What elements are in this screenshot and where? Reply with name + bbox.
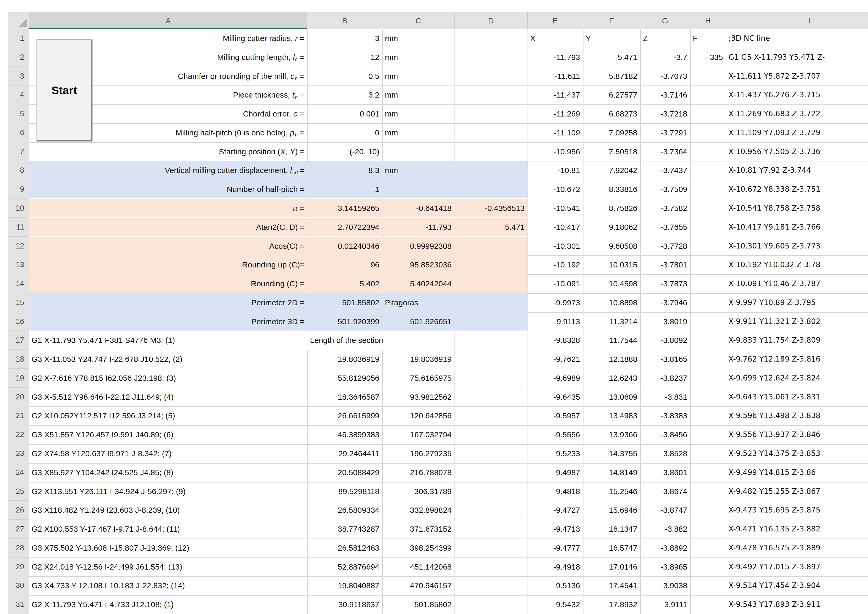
cell-E31[interactable]: -9.5432	[527, 595, 583, 614]
column-header-A[interactable]: A	[29, 12, 307, 29]
cell-B28[interactable]: 26.5812463	[307, 539, 382, 558]
cell-F16[interactable]: 11.3214	[583, 312, 640, 331]
cell-A20[interactable]: G3 X-5.512 Y96.646 I-22.12 J11.649; (4)	[29, 388, 307, 407]
cell-F29[interactable]: 17.0146	[583, 558, 640, 577]
row-header-9[interactable]: 9	[8, 180, 29, 199]
cell-F9[interactable]: 8.33816	[583, 180, 640, 199]
cell-E5[interactable]: -11.269	[527, 104, 583, 123]
cell-I31[interactable]: X-9.543 Y17.893 Z-3.911	[726, 595, 868, 614]
cell-B5[interactable]: 0.001	[307, 104, 382, 123]
cell-H2[interactable]: 335	[690, 48, 726, 67]
cell-B24[interactable]: 20.5088429	[307, 463, 382, 482]
cell-A30[interactable]: G3 X4.733 Y-12.108 I-10.183 J-22.832; (1…	[29, 576, 307, 595]
cell-D10[interactable]: -0.4356513	[454, 199, 527, 218]
cell-I3[interactable]: X-11.611 Y5.872 Z-3.707	[726, 67, 868, 86]
cell-B1[interactable]: 3	[307, 29, 382, 48]
row-header-25[interactable]: 25	[8, 482, 29, 501]
row-header-15[interactable]: 15	[8, 293, 29, 312]
cell-A12[interactable]: Acos(C) =	[29, 237, 307, 256]
column-header-H[interactable]: H	[690, 12, 726, 29]
cell-F13[interactable]: 10.0315	[583, 255, 640, 274]
cell-B10[interactable]: 3.14159265	[307, 199, 382, 218]
cell-C18[interactable]: 19.8036919	[382, 350, 454, 368]
cell-B16[interactable]: 501.920399	[307, 312, 382, 331]
cell-E3[interactable]: -11.611	[527, 67, 583, 86]
cell-B29[interactable]: 52.8876694	[307, 558, 382, 577]
column-header-C[interactable]: C	[382, 12, 454, 29]
column-header-D[interactable]: D	[454, 12, 527, 29]
row-header-7[interactable]: 7	[8, 142, 29, 161]
column-header-B[interactable]: B	[307, 12, 382, 29]
cell-B17[interactable]: Length of the section	[307, 331, 383, 350]
cell-B8[interactable]: 8.3	[307, 161, 382, 180]
cell-B31[interactable]: 30.9118637	[307, 595, 382, 614]
cell-B20[interactable]: 18.3646587	[307, 388, 382, 407]
cell-I28[interactable]: X-9.478 Y16.575 Z-3.889	[726, 539, 868, 558]
cell-B9[interactable]: 1	[307, 180, 382, 199]
cell-A15[interactable]: Perimeter 2D =	[29, 293, 307, 312]
row-header-3[interactable]: 3	[8, 67, 29, 86]
cell-I26[interactable]: X-9.473 Y15.695 Z-3.875	[726, 501, 868, 519]
cell-I22[interactable]: X-9.556 Y13.937 Z-3.846	[726, 425, 868, 444]
cell-C28[interactable]: 398.254399	[382, 539, 454, 558]
cell-C15[interactable]: Pitagoras	[382, 293, 454, 312]
cell-F23[interactable]: 14.3755	[583, 444, 640, 463]
cell-F19[interactable]: 12.6243	[583, 368, 640, 388]
cell-B7[interactable]: (-20, 10)	[307, 142, 382, 161]
cell-G10[interactable]: -3.7582	[640, 199, 690, 218]
row-header-4[interactable]: 4	[8, 85, 29, 104]
cell-E1[interactable]: X	[527, 29, 583, 48]
cell-E9[interactable]: -10.672	[527, 180, 583, 199]
cell-F12[interactable]: 9.60508	[583, 237, 640, 256]
cell-C3[interactable]: mm	[382, 67, 454, 86]
row-header-1[interactable]: 1	[8, 29, 29, 48]
cell-A22[interactable]: G3 X51.857 Y126.457 I9.591 J40.89; (6)	[29, 425, 307, 444]
cell-B12[interactable]: 0.01240346	[307, 237, 382, 256]
cell-I5[interactable]: X-11.269 Y6.683 Z-3.722	[726, 104, 868, 123]
cell-F17[interactable]: 11.7544	[583, 331, 640, 350]
cell-G12[interactable]: -3.7728	[640, 237, 690, 256]
row-header-24[interactable]: 24	[8, 463, 29, 482]
cell-E14[interactable]: -10.091	[527, 274, 583, 293]
row-header-27[interactable]: 27	[8, 519, 29, 539]
row-header-2[interactable]: 2	[8, 48, 29, 67]
select-all-cell[interactable]	[8, 12, 29, 29]
cell-E10[interactable]: -10.541	[527, 199, 583, 218]
cell-G27[interactable]: -3.882	[640, 519, 690, 539]
cell-I15[interactable]: X-9.997 Y10.89 Z-3.795	[726, 293, 868, 312]
cell-I19[interactable]: X-9.699 Y12.624 Z-3.824	[726, 368, 868, 388]
cell-C14[interactable]: 5.40242044	[382, 274, 454, 293]
cell-E26[interactable]: -9.4727	[527, 501, 583, 519]
cell-I11[interactable]: X-10.417 Y9.181 Z-3.766	[726, 218, 868, 237]
cell-G14[interactable]: -3.7873	[640, 274, 690, 293]
cell-E4[interactable]: -11.437	[527, 85, 583, 104]
cell-G16[interactable]: -3.8019	[640, 312, 690, 331]
cell-B14[interactable]: 5.402	[307, 274, 382, 293]
cell-G26[interactable]: -3.8747	[640, 501, 690, 519]
cell-H1[interactable]: F	[690, 29, 726, 48]
cell-F7[interactable]: 7.50518	[583, 142, 640, 161]
cell-E22[interactable]: -9.5556	[527, 425, 583, 444]
cell-A29[interactable]: G2 X24.018 Y-12.56 I-24.499 J61.554; (13…	[29, 558, 307, 577]
cell-G6[interactable]: -3.7291	[640, 123, 690, 142]
row-header-8[interactable]: 8	[8, 161, 29, 180]
row-header-22[interactable]: 22	[8, 425, 29, 444]
cell-F26[interactable]: 15.6946	[583, 501, 640, 519]
cell-I16[interactable]: X-9.911 Y11.321 Z-3.802	[726, 312, 868, 331]
cell-A25[interactable]: G2 X113.551 Y26.111 I-34.924 J-56.297; (…	[29, 482, 307, 501]
cell-F3[interactable]: 5.87182	[583, 67, 640, 86]
row-header-20[interactable]: 20	[8, 388, 29, 407]
cell-C19[interactable]: 75.6165975	[382, 368, 454, 388]
cell-G21[interactable]: -3.8383	[640, 406, 690, 425]
cell-F25[interactable]: 15.2546	[583, 482, 640, 501]
cell-E28[interactable]: -9.4777	[527, 539, 583, 558]
row-header-11[interactable]: 11	[8, 218, 29, 237]
cell-E19[interactable]: -9.6989	[527, 368, 583, 388]
cell-A19[interactable]: G2 X-7.616 Y78.815 I62.056 J23.198; (3)	[29, 368, 307, 388]
cell-A17[interactable]: G1 X-11.793 Y5.471 F381 S4776 M3; (1)	[29, 331, 307, 350]
cell-I6[interactable]: X-11.109 Y7.093 Z-3.729	[726, 123, 868, 142]
cell-G7[interactable]: -3.7364	[640, 142, 690, 161]
cell-C4[interactable]: mm	[382, 85, 454, 104]
cell-A28[interactable]: G3 X75.502 Y-13.608 I-15.807 J-19.369; (…	[29, 539, 307, 558]
cell-C8[interactable]: mm	[382, 161, 454, 180]
